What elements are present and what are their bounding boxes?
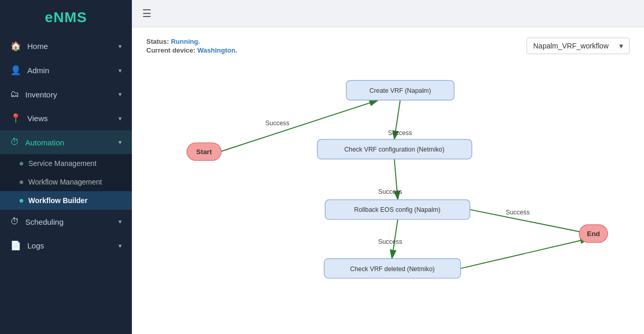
- sidebar-item-logs[interactable]: 📄 Logs ▾: [0, 233, 132, 258]
- sidebar-item-workflow-builder[interactable]: Workflow Builder: [0, 191, 132, 210]
- sidebar-label-views: Views: [27, 114, 48, 123]
- chevron-inventory: ▾: [118, 91, 122, 98]
- chevron-logs: ▾: [118, 242, 122, 249]
- edge-label-rollback-end: Success: [505, 209, 530, 216]
- node-create-vrf-label: Create VRF (Napalm): [369, 87, 431, 94]
- chevron-home: ▾: [118, 43, 122, 50]
- sidebar-label-inventory: Inventory: [25, 90, 57, 99]
- app-logo: eNMS: [0, 0, 132, 34]
- sidebar-item-inventory[interactable]: 🗂 Inventory ▾: [0, 82, 132, 106]
- main-content: ☰ Status: Running. Current device: Washi…: [132, 0, 644, 334]
- admin-icon: 👤: [10, 65, 21, 76]
- label-service-management: Service Management: [28, 159, 96, 168]
- edge-label-rollback-deleted: Success: [378, 238, 402, 245]
- sidebar-label-admin: Admin: [27, 66, 49, 75]
- edge-deleted-end: [461, 239, 589, 269]
- edge-label-start-create-vrf: Success: [265, 120, 290, 127]
- label-workflow-management: Workflow Management: [28, 178, 102, 186]
- workflow-dropdown-container: Napalm_VRF_workflow ▼: [527, 38, 630, 54]
- sidebar-item-scheduling[interactable]: ⏱ Scheduling ▾: [0, 210, 132, 233]
- logs-icon: 📄: [10, 240, 21, 251]
- chevron-admin: ▾: [118, 67, 122, 74]
- device-label: Current device:: [146, 46, 195, 54]
- node-end-label: End: [587, 230, 600, 238]
- sidebar-label-home: Home: [27, 42, 48, 51]
- edge-label-check-rollback: Success: [378, 188, 402, 195]
- chevron-views: ▾: [118, 115, 122, 122]
- chevron-automation: ▾: [118, 139, 122, 146]
- node-check-vrf-config-label: Check VRF configuration (Netmiko): [344, 146, 444, 153]
- node-check-vrf-deleted-label: Check VRF deleted (Netmiko): [350, 265, 434, 273]
- home-icon: 🏠: [10, 41, 21, 52]
- sidebar-label-automation: Automation: [25, 138, 64, 147]
- sidebar-item-views[interactable]: 📍 Views ▾: [0, 106, 132, 130]
- node-rollback-eos-label: Rollback EOS config (Napalm): [354, 206, 440, 213]
- scheduling-icon: ⏱: [10, 216, 19, 227]
- device-value: Washington.: [197, 46, 238, 54]
- workflow-canvas: Success Success Success Success Success …: [146, 62, 630, 318]
- sidebar-label-scheduling: Scheduling: [25, 218, 63, 226]
- dot-workflow-builder: [20, 199, 23, 203]
- node-start-label: Start: [196, 148, 212, 156]
- sidebar-label-logs: Logs: [27, 241, 44, 250]
- dot-service-management: [20, 162, 23, 165]
- sidebar-item-admin[interactable]: 👤 Admin ▾: [0, 58, 132, 82]
- dot-workflow-management: [20, 180, 23, 184]
- workflow-builder-content: Status: Running. Current device: Washing…: [132, 27, 644, 334]
- chevron-scheduling: ▾: [118, 218, 122, 225]
- edge-label-create-check: Success: [388, 129, 412, 137]
- inventory-icon: 🗂: [10, 89, 19, 99]
- workflow-select[interactable]: Napalm_VRF_workflow: [527, 38, 630, 54]
- status-value: Running.: [171, 38, 200, 45]
- sidebar-item-home[interactable]: 🏠 Home ▾: [0, 34, 132, 58]
- topbar: ☰: [132, 0, 644, 27]
- hamburger-icon[interactable]: ☰: [142, 7, 151, 20]
- sidebar-item-automation[interactable]: ⏱ Automation ▾: [0, 130, 132, 154]
- automation-icon: ⏱: [10, 137, 19, 147]
- status-label: Status:: [146, 38, 169, 45]
- sidebar-item-service-management[interactable]: Service Management: [0, 154, 132, 173]
- sidebar-item-workflow-management[interactable]: Workflow Management: [0, 173, 132, 191]
- label-workflow-builder: Workflow Builder: [28, 196, 88, 205]
- views-icon: 📍: [10, 113, 21, 124]
- automation-submenu: Service Management Workflow Management W…: [0, 154, 132, 210]
- sidebar: eNMS 🏠 Home ▾ 👤 Admin ▾ 🗂 Inventory ▾ 📍 …: [0, 0, 132, 334]
